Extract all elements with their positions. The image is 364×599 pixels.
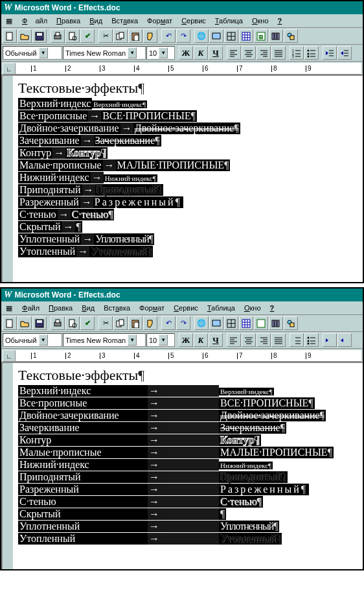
drawing-button[interactable] — [284, 29, 298, 43]
menu-window[interactable]: Окно — [240, 303, 265, 313]
horizontal-ruler[interactable]: 1 2 3 4 5 6 7 8 9 — [16, 350, 361, 362]
italic-button[interactable]: К — [194, 46, 208, 60]
drawing-button[interactable] — [284, 316, 298, 330]
paste-button[interactable] — [128, 29, 142, 43]
menu-edit[interactable]: Правка — [52, 16, 84, 26]
print-preview-button[interactable] — [65, 29, 80, 43]
menu-file[interactable]: Файл — [18, 303, 43, 313]
align-right-button[interactable] — [256, 333, 271, 347]
effect-row: Зачеркивание→Зачеркивание — [18, 422, 356, 434]
cut-button[interactable]: ✂ — [98, 29, 113, 43]
format-painter-button[interactable] — [143, 316, 157, 330]
menu-help[interactable]: ? — [266, 303, 279, 313]
menu-file[interactable]: Файл — [18, 16, 51, 26]
menu-format[interactable]: Формат — [143, 16, 176, 26]
paste-button[interactable] — [128, 316, 142, 330]
insert-table-button[interactable] — [239, 316, 253, 330]
new-doc-button[interactable] — [3, 316, 17, 330]
menu-tools[interactable]: Сервис — [170, 303, 202, 313]
menu-table[interactable]: Таблица — [211, 16, 247, 26]
system-menu-icon[interactable]: ▦ — [4, 16, 14, 26]
italic-button[interactable]: К — [194, 333, 208, 347]
horizontal-ruler[interactable]: 1 2 3 4 5 6 7 8 9 — [16, 63, 361, 75]
redo-button[interactable]: ↷ — [176, 316, 190, 330]
copy-button[interactable] — [113, 29, 128, 43]
underline-button[interactable]: Ч — [209, 333, 223, 347]
font-size-combo[interactable]: 10▼ — [146, 333, 175, 347]
menu-table[interactable]: Таблица — [203, 303, 239, 313]
style-combo[interactable]: Обычный▼ — [3, 333, 62, 347]
titlebar[interactable]: W Microsoft Word - Effects.doc — [1, 1, 363, 14]
justify-button[interactable] — [271, 333, 286, 347]
menu-tools[interactable]: Сервис — [177, 16, 210, 26]
cut-button[interactable]: ✂ — [98, 316, 113, 330]
document-area[interactable]: Текстовые·эффекты Верхний·индексВерхний·… — [1, 75, 363, 282]
font-combo[interactable]: Times New Roman▼ — [63, 46, 146, 60]
menu-insert[interactable]: Вставка — [108, 16, 142, 26]
insert-table-button[interactable] — [239, 29, 253, 43]
align-left-button[interactable] — [227, 333, 241, 347]
hyperlink-button[interactable]: 🌐 — [194, 29, 209, 43]
save-button[interactable] — [32, 29, 47, 43]
decrease-indent-button[interactable] — [323, 46, 337, 60]
open-button[interactable] — [17, 29, 32, 43]
titlebar[interactable]: W Microsoft Word - Effects.doc — [1, 288, 363, 301]
document-page[interactable]: Текстовые·эффекты Верхний·индексВерхний·… — [3, 76, 363, 282]
bold-button[interactable]: Ж — [179, 46, 193, 60]
web-toolbar-button[interactable] — [209, 29, 223, 43]
menu-help[interactable]: ? — [274, 16, 286, 26]
copy-button[interactable] — [113, 316, 128, 330]
system-menu-icon[interactable]: ▦ — [4, 303, 14, 313]
document-page[interactable]: Текстовые·эффекты Верхний·индекс→Верхний… — [3, 363, 363, 569]
increase-indent-button[interactable] — [337, 333, 352, 347]
spellcheck-button[interactable]: ✔ — [80, 316, 95, 330]
menu-format[interactable]: Формат — [135, 303, 168, 313]
spellcheck-button[interactable]: ✔ — [80, 29, 95, 43]
underline-button[interactable]: Ч — [209, 46, 223, 60]
justify-button[interactable] — [271, 46, 286, 60]
menu-edit[interactable]: Правка — [45, 303, 76, 313]
tab-selector[interactable]: ∟ — [3, 350, 16, 362]
web-toolbar-button[interactable] — [209, 316, 223, 330]
effect-sample: С·тенью — [71, 209, 115, 220]
numbered-list-button[interactable]: 123 — [290, 46, 304, 60]
menu-view[interactable]: Вид — [85, 16, 106, 26]
excel-button[interactable]: ⊞ — [254, 29, 268, 43]
print-button[interactable] — [51, 29, 65, 43]
undo-button[interactable]: ↶ — [161, 316, 176, 330]
save-button[interactable] — [32, 316, 47, 330]
excel-button[interactable] — [254, 316, 268, 330]
ruler-mark: 1 — [31, 65, 65, 72]
print-button[interactable] — [51, 316, 65, 330]
format-painter-button[interactable] — [143, 29, 157, 43]
bold-button[interactable]: Ж — [179, 333, 193, 347]
style-combo[interactable]: Обычный▼ — [3, 46, 62, 60]
tables-borders-button[interactable] — [224, 316, 238, 330]
menu-insert[interactable]: Вставка — [100, 303, 134, 313]
font-size-combo[interactable]: 10▼ — [146, 46, 175, 60]
font-combo[interactable]: Times New Roman▼ — [63, 333, 146, 347]
bullet-list-button[interactable] — [304, 333, 319, 347]
redo-button[interactable]: ↷ — [176, 29, 190, 43]
align-center-button[interactable] — [242, 333, 256, 347]
print-preview-button[interactable] — [65, 316, 80, 330]
hyperlink-button[interactable]: 🌐 — [194, 316, 209, 330]
increase-indent-button[interactable] — [337, 46, 352, 60]
align-left-button[interactable] — [227, 46, 241, 60]
bullet-list-button[interactable] — [304, 46, 319, 60]
open-button[interactable] — [17, 316, 32, 330]
decrease-indent-button[interactable] — [323, 333, 337, 347]
undo-button[interactable]: ↶ — [161, 29, 176, 43]
numbered-list-button[interactable] — [290, 333, 304, 347]
columns-button[interactable] — [269, 316, 283, 330]
effect-row: Малые·прописные → МАЛЫЕ·ПРОПИСНЫЕ — [18, 159, 356, 171]
document-area[interactable]: Текстовые·эффекты Верхний·индекс→Верхний… — [1, 362, 363, 569]
align-right-button[interactable] — [256, 46, 271, 60]
align-center-button[interactable] — [242, 46, 256, 60]
tab-selector[interactable]: ∟ — [3, 63, 16, 75]
columns-button[interactable] — [269, 29, 283, 43]
menu-window[interactable]: Окно — [248, 16, 273, 26]
menu-view[interactable]: Вид — [78, 303, 98, 313]
new-doc-button[interactable] — [3, 29, 17, 43]
tables-borders-button[interactable] — [224, 29, 238, 43]
